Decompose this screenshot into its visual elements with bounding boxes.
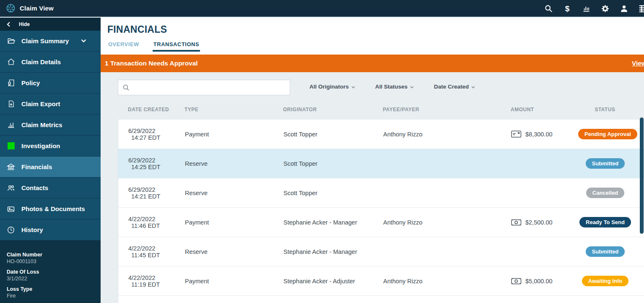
sidebar-item-contacts[interactable]: Contacts xyxy=(0,178,101,199)
sidebar-item-label: Policy xyxy=(21,79,40,86)
loss-type-value: Fire xyxy=(7,293,94,299)
people-icon xyxy=(7,184,15,192)
status-filter-dropdown[interactable]: All Statuses xyxy=(375,84,414,90)
claim-info-panel: Claim Number HO-0001103 Date Of Loss 3/1… xyxy=(0,240,101,303)
date-cell: 6/29/202214:25 EDT xyxy=(128,157,185,170)
column-header-status: STATUS xyxy=(578,107,644,112)
cash-icon xyxy=(511,219,522,226)
status-badge[interactable]: Submitted xyxy=(586,246,625,257)
sidebar-item-history[interactable]: History xyxy=(0,219,101,240)
type-cell: Reserve xyxy=(185,190,283,196)
sidebar-item-label: Investigation xyxy=(21,142,60,149)
column-header-originator: ORIGINATOR xyxy=(283,107,383,112)
approval-banner: 1 Transaction Needs Approval View xyxy=(101,55,644,72)
main-header: FINANCIALS OVERVIEW TRANSACTIONS xyxy=(101,18,644,55)
sidebar-item-label: Photos & Documents xyxy=(21,205,85,212)
table-row[interactable]: 6/29/202214:21 EDT Reserve Scott Topper … xyxy=(118,178,644,208)
search-icon[interactable] xyxy=(544,4,553,13)
user-icon[interactable] xyxy=(619,4,628,13)
policy-icon xyxy=(7,79,15,87)
chevron-down-icon xyxy=(471,86,475,89)
date-cell: 6/29/202214:21 EDT xyxy=(128,186,185,200)
tab-overview[interactable]: OVERVIEW xyxy=(107,41,140,52)
chevron-left-icon xyxy=(7,22,10,27)
folder-open-icon xyxy=(7,37,15,45)
status-badge[interactable]: Pending Approval xyxy=(578,129,637,139)
sidebar-item-policy[interactable]: Policy xyxy=(0,73,101,94)
sidebar-item-label: Contacts xyxy=(21,184,48,191)
sidebar-item-claim-export[interactable]: Claim Export xyxy=(0,94,101,115)
type-cell: Payment xyxy=(185,278,283,285)
table-row[interactable]: 6/29/202214:27 EDT Payment Scott Topper … xyxy=(118,120,644,149)
sidebar-hide-button[interactable]: Hide xyxy=(0,18,101,31)
table-row[interactable]: 4/22/202211:46 EDT Payment Stephanie Ack… xyxy=(118,208,644,237)
type-cell: Reserve xyxy=(185,160,283,167)
amount-cell: $2,500.00 xyxy=(511,219,578,226)
payee-cell: Anthony Rizzo xyxy=(383,219,511,226)
sidebar-item-claim-metrics[interactable]: Claim Metrics xyxy=(0,115,101,136)
originator-filter-dropdown[interactable]: All Originators xyxy=(309,84,355,90)
chevron-down-icon[interactable] xyxy=(81,39,86,43)
originator-cell: Scott Topper xyxy=(283,131,383,138)
date-cell: 6/29/202214:27 EDT xyxy=(128,128,185,141)
page-title: FINANCIALS xyxy=(107,24,644,35)
vertical-scrollbar[interactable] xyxy=(640,118,644,234)
sidebar-item-photos-documents[interactable]: Photos & Documents xyxy=(0,199,101,219)
sidebar-item-label: Claim Summary xyxy=(21,37,69,44)
dollar-icon[interactable]: $ xyxy=(563,4,572,13)
status-badge[interactable]: Ready To Send xyxy=(579,217,631,227)
date-cell: 4/22/202211:46 EDT xyxy=(128,216,185,229)
column-header-payee-payer: PAYEE/PAYER xyxy=(383,107,511,112)
table-icon[interactable] xyxy=(638,4,644,13)
date-filter-label: Date Created xyxy=(434,84,469,90)
sidebar-item-claim-details[interactable]: Claim Details xyxy=(0,52,101,73)
app-logo-aperture-icon xyxy=(6,3,16,13)
column-header-type: TYPE xyxy=(184,107,283,112)
amount-cell: $5,000.00 xyxy=(511,278,578,285)
status-badge[interactable]: Cancelled xyxy=(586,188,624,198)
status-badge[interactable]: Submitted xyxy=(586,158,625,169)
banner-view-link[interactable]: View xyxy=(632,60,644,67)
originator-cell: Stephanie Acker - Manager xyxy=(283,248,383,255)
sidebar-item-label: Claim Export xyxy=(21,100,60,107)
clock-icon xyxy=(7,226,15,234)
date-cell: 4/22/202211:45 EDT xyxy=(128,245,185,259)
bank-icon xyxy=(7,163,15,171)
gear-icon[interactable] xyxy=(600,4,610,13)
date-of-loss-label: Date Of Loss xyxy=(7,269,94,275)
sidebar-item-financials[interactable]: Financials xyxy=(0,157,101,178)
tab-transactions[interactable]: TRANSACTIONS xyxy=(153,41,200,52)
sidebar-item-label: Claim Details xyxy=(21,58,61,65)
main-panel: FINANCIALS OVERVIEW TRANSACTIONS 1 Trans… xyxy=(101,18,644,303)
column-header-date-created: DATE CREATED xyxy=(128,107,184,112)
search-box[interactable] xyxy=(118,80,290,95)
sidebar-item-label: History xyxy=(21,226,43,233)
home-icon xyxy=(7,58,15,66)
column-header-amount: AMOUNT xyxy=(511,107,578,112)
sidebar-item-investigation[interactable]: Investigation xyxy=(0,136,101,157)
chevron-down-icon xyxy=(410,86,414,89)
table-row[interactable]: 4/22/202211:45 EDT Reserve Stephanie Ack… xyxy=(118,237,644,266)
claim-number-label: Claim Number xyxy=(7,251,94,258)
search-input[interactable] xyxy=(133,84,286,91)
table-row[interactable]: 6/29/202214:25 EDT Reserve Scott Topper … xyxy=(118,149,644,178)
search-icon xyxy=(122,84,130,91)
status-cell: Pending Approval xyxy=(578,129,644,139)
status-filter-label: All Statuses xyxy=(375,84,408,90)
top-bar: Claim View $ xyxy=(0,0,644,17)
document-export-icon xyxy=(7,100,15,108)
status-cell: Submitted xyxy=(578,246,644,257)
status-cell: Submitted xyxy=(578,158,644,169)
table-row[interactable]: 4/22/202211:19 EDT Payment Stephanie Ack… xyxy=(118,266,644,296)
sidebar-item-label: Financials xyxy=(21,163,52,170)
photo-icon xyxy=(7,205,15,213)
table-row xyxy=(118,296,644,303)
tab-bar: OVERVIEW TRANSACTIONS xyxy=(107,41,644,52)
amount-cell: $8,300.00 xyxy=(511,131,578,138)
hide-label: Hide xyxy=(19,21,30,27)
bar-chart-icon[interactable] xyxy=(582,4,591,13)
status-badge[interactable]: Awaiting Info xyxy=(582,276,628,286)
sidebar-item-claim-summary[interactable]: Claim Summary xyxy=(0,31,101,52)
date-filter-dropdown[interactable]: Date Created xyxy=(434,84,475,90)
payee-cell: Anthony Rizzo xyxy=(383,278,511,285)
